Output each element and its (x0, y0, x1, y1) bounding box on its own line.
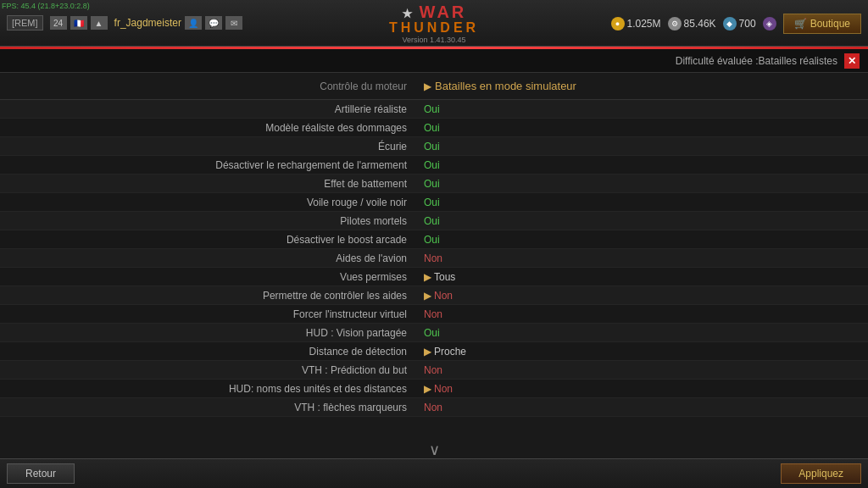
row-value: ▶ Tous (424, 271, 455, 283)
row-value: Oui (424, 122, 440, 134)
settings-row[interactable]: Désactiver le boost arcadeOui (0, 230, 868, 249)
version-text: Version 1.41.30.45 (402, 36, 465, 44)
chat-icon[interactable]: 💬 (205, 16, 222, 30)
row-value-text: Oui (424, 122, 440, 134)
row-value-text: Oui (424, 141, 440, 152)
settings-row[interactable]: Pilotes mortelsOui (0, 212, 868, 230)
row-label: Forcer l'instructeur virtuel (0, 308, 424, 320)
row-value-text: Oui (424, 234, 440, 246)
row-value: Oui (424, 197, 440, 208)
row-value: Oui (424, 159, 440, 171)
row-label: Pilotes mortels (0, 215, 424, 227)
settings-row[interactable]: HUD: noms des unités et des distances▶ N… (0, 380, 868, 398)
row-label: VTH : Prédiction du but (0, 364, 424, 376)
row-value-text: Non (424, 252, 442, 264)
row-value: Non (424, 402, 442, 413)
row-value-text: Oui (424, 159, 440, 171)
logo: ★ WAR THUNDER Version 1.41.30.45 (389, 3, 479, 44)
row-value-text: Oui (424, 178, 440, 190)
gem-icon: ◈ (763, 17, 776, 30)
settings-rows: Artillerie réalisteOuiModèle réaliste de… (0, 100, 868, 417)
row-value: Oui (424, 327, 440, 339)
row-value: Oui (424, 178, 440, 190)
player-name: fr_Jagdmeister (114, 17, 181, 29)
settings-row[interactable]: VTH : Prédiction du butNon (0, 361, 868, 380)
row-label: Vues permises (0, 271, 424, 283)
chevron-right-icon: ▶ (424, 80, 431, 92)
settings-row[interactable]: ÉcurieOui (0, 137, 868, 156)
settings-row[interactable]: Permettre de contrôler les aides▶ Non (0, 286, 868, 305)
settings-row[interactable]: VTH : flèches marqueursNon (0, 398, 868, 417)
back-button[interactable]: Retour (7, 463, 75, 484)
row-label: HUD : Vision partagée (0, 327, 424, 339)
settings-row[interactable]: Forcer l'instructeur virtuelNon (0, 305, 868, 324)
row-value-text: Non (434, 290, 453, 302)
friend-icon[interactable]: 👤 (185, 16, 202, 30)
row-value: ▶ Non (424, 383, 453, 395)
top-bar: FPS: 45.4 (21.8+23.0:2.8) [REM] 24 🇫🇷 ▲ … (0, 0, 868, 47)
eagle-icon: ◆ (723, 17, 737, 30)
row-value-text: Oui (424, 327, 440, 339)
row-value: ▶ Non (424, 290, 453, 302)
bottom-bar: Retour Appliquez (0, 458, 868, 488)
gold-icon: ● (611, 17, 625, 30)
close-button[interactable]: ✕ (844, 53, 860, 69)
flag-icon: 🇫🇷 (70, 16, 87, 30)
mail-icon[interactable]: ✉ (225, 16, 242, 30)
row-value: Oui (424, 215, 440, 227)
silver-currency: ⚙ 85.46K (668, 17, 716, 30)
settings-row[interactable]: Artillerie réalisteOui (0, 100, 868, 119)
row-label: Modèle réaliste des dommages (0, 122, 424, 134)
scroll-down-button[interactable]: ∨ (421, 441, 447, 458)
currency-area: ● 1.025M ⚙ 85.46K ◆ 700 ◈ 🛒 Boutique (611, 0, 868, 47)
settings-row[interactable]: Distance de détection▶ Proche (0, 342, 868, 361)
arrow-icon: ▶ (424, 290, 431, 302)
arrow-icon: ▶ (424, 383, 431, 395)
row-label: Distance de détection (0, 346, 424, 358)
settings-header: Contrôle du moteur ▶ Batailles en mode s… (0, 73, 868, 100)
row-label: Permettre de contrôler les aides (0, 290, 424, 302)
logo-war: ★ WAR (402, 3, 467, 21)
settings-row[interactable]: Voile rouge / voile noirOui (0, 193, 868, 212)
settings-row[interactable]: Vues permises▶ Tous (0, 268, 868, 286)
silver-icon: ⚙ (668, 17, 682, 30)
user-icon: ▲ (91, 16, 108, 30)
row-label: Voile rouge / voile noir (0, 197, 424, 208)
settings-row[interactable]: Effet de battementOui (0, 175, 868, 193)
fps-counter: FPS: 45.4 (21.8+23.0:2.8) (2, 2, 90, 10)
settings-area: Contrôle du moteur ▶ Batailles en mode s… (0, 73, 868, 458)
row-label: Désactiver le rechargement de l'armement (0, 159, 424, 171)
row-value: Oui (424, 141, 440, 152)
row-label: Artillerie réaliste (0, 103, 424, 115)
row-value-text: Non (424, 402, 442, 413)
difficulty-text: Difficulté évaluée :Batailles réalistes (676, 55, 837, 67)
row-label: Désactiver le boost arcade (0, 234, 424, 246)
difficulty-bar: Difficulté évaluée :Batailles réalistes … (0, 49, 868, 73)
apply-button[interactable]: Appliquez (781, 463, 861, 484)
row-value: Non (424, 364, 442, 376)
shop-button[interactable]: 🛒 Boutique (783, 14, 861, 34)
row-value: Oui (424, 103, 440, 115)
row-value-text: Tous (434, 271, 455, 283)
settings-header-right: ▶ Batailles en mode simulateur (424, 80, 576, 92)
row-label: Écurie (0, 141, 424, 152)
notification-count[interactable]: 24 (50, 16, 67, 30)
settings-row[interactable]: Désactiver le rechargement de l'armement… (0, 156, 868, 175)
row-value-text: Oui (424, 197, 440, 208)
settings-row[interactable]: Aides de l'avionNon (0, 249, 868, 268)
row-label: Effet de battement (0, 178, 424, 190)
settings-row[interactable]: HUD : Vision partagéeOui (0, 324, 868, 342)
row-value-text: Oui (424, 103, 440, 115)
row-label: HUD: noms des unités et des distances (0, 383, 424, 395)
row-value-text: Oui (424, 215, 440, 227)
arrow-icon: ▶ (424, 271, 431, 283)
row-value: Non (424, 308, 442, 320)
rem-badge: [REM] (7, 15, 43, 30)
main-content: Contrôle du moteur ▶ Batailles en mode s… (0, 73, 868, 458)
settings-row[interactable]: Modèle réaliste des dommagesOui (0, 119, 868, 137)
gold-currency: ● 1.025M (611, 17, 661, 30)
row-value: Non (424, 252, 442, 264)
row-value: ▶ Proche (424, 346, 466, 358)
row-label: VTH : flèches marqueurs (0, 402, 424, 413)
logo-thunder: THUNDER (389, 21, 479, 35)
